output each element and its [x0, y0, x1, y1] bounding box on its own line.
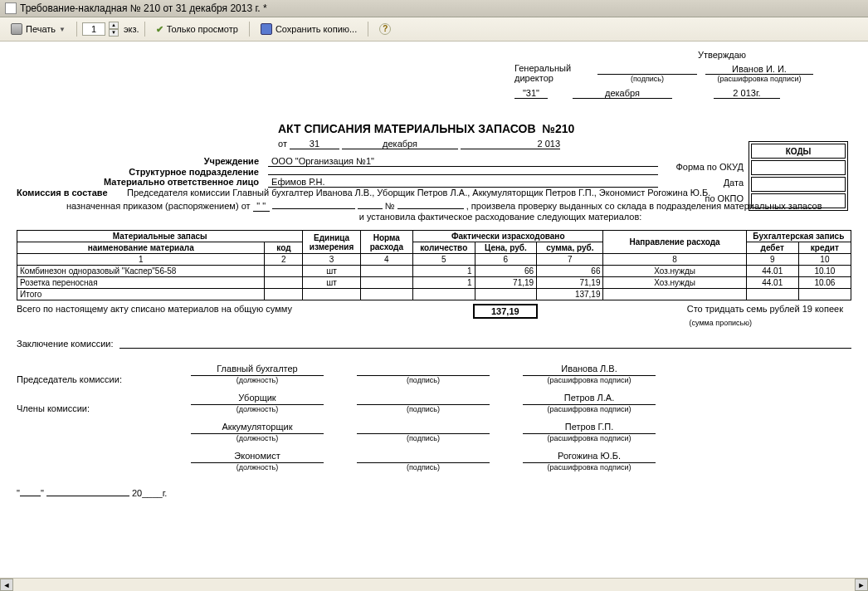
- subdiv-value: [268, 174, 658, 175]
- separator: [76, 22, 77, 37]
- summary-words: Сто тридцать семь рублей 19 копеек: [538, 304, 851, 319]
- th-acct: Бухгалтерская запись: [746, 231, 851, 242]
- okpo-label: по ОКПО: [676, 191, 744, 207]
- table-row: Комбинезон одноразовый "Каспер"56-58шт16…: [17, 266, 851, 277]
- order-no-label: №: [385, 201, 395, 211]
- total-row: Итого137,19: [17, 289, 851, 300]
- footer-date: "" 20____г.: [17, 488, 851, 498]
- copies-spinner[interactable]: ▲ ▼: [109, 22, 119, 37]
- approver-sign-cap: (подпись): [631, 75, 664, 83]
- th-dir: Направление расхода: [603, 231, 746, 254]
- document-page: Утверждаю Генеральный директор (подпись)…: [0, 42, 868, 573]
- approve-block: Утверждаю Генеральный директор (подпись)…: [514, 50, 851, 99]
- subdiv-label: Структурное подразделение: [17, 167, 266, 177]
- chevron-down-icon: ▼: [59, 26, 66, 33]
- approve-month: декабря: [573, 88, 672, 99]
- view-only-label: Только просмотр: [167, 24, 238, 34]
- sign-sig: [357, 364, 490, 376]
- sign-name: Иванова Л.В.: [523, 364, 656, 376]
- summary-text: Всего по настоящему акту списано материа…: [17, 304, 473, 319]
- th-norma: Норма расхода: [360, 231, 412, 254]
- approver-position-label: Генеральный директор: [514, 63, 589, 83]
- summary-total: 137,19: [473, 304, 538, 319]
- date-value: [751, 177, 846, 192]
- order-year: [358, 208, 383, 209]
- copies-label: экз.: [124, 24, 139, 34]
- okud-label: Форма по ОКУД: [676, 159, 744, 175]
- th-qty: количество: [412, 242, 475, 254]
- order-text: назначенная приказом (распоряжением) от: [66, 201, 251, 211]
- document-title-row: АКТ СПИСАНИЯ МАТЕРИАЛЬНЫХ ЗАПАСОВ №210: [17, 122, 851, 135]
- conclusion-label: Заключение комиссии:: [17, 339, 113, 349]
- codes-header: КОДЫ: [751, 144, 846, 159]
- commission-label: Комиссия в составе: [17, 188, 124, 198]
- th-sum: сумма, руб.: [537, 242, 603, 254]
- date-month: декабря: [342, 139, 458, 149]
- chairman-label: Председатель комиссии:: [17, 374, 158, 384]
- separator: [249, 22, 250, 37]
- approver-name-cap: (расшифровка подписи): [718, 75, 802, 83]
- summary-row: Всего по настоящему акту списано материа…: [17, 304, 851, 319]
- copies-input[interactable]: [82, 22, 105, 36]
- help-icon: ?: [379, 23, 391, 35]
- approve-year: 2 013г.: [714, 88, 780, 99]
- th-price: Цена, руб.: [475, 242, 537, 254]
- order-month: [272, 208, 355, 209]
- codes-block: КОДЫ: [749, 141, 848, 211]
- table-row: Розетка переноснаяшт171,1971,19Хоз.нужды…: [17, 277, 851, 289]
- save-icon: [261, 23, 272, 35]
- document-number: №210: [542, 122, 574, 135]
- print-button[interactable]: Печать ▼: [5, 21, 71, 37]
- order-tail2: и установила фактическое расходование сл…: [17, 212, 851, 222]
- separator: [144, 22, 145, 37]
- date-ot: от: [278, 139, 287, 149]
- okud-value: [751, 160, 846, 175]
- help-button[interactable]: ?: [373, 21, 397, 37]
- date-year: 2 013: [461, 139, 560, 149]
- conclusion-line: [119, 348, 851, 349]
- doc-icon: [5, 2, 17, 14]
- codes-table: КОДЫ: [749, 141, 848, 211]
- window-title: Требование-накладная № 210 от 31 декабря…: [20, 2, 267, 14]
- approver-name: Иванов И. И.: [705, 64, 813, 75]
- th-naim: наименование материала: [17, 242, 265, 254]
- toolbar: Печать ▼ ▲ ▼ экз. ✔ Только просмотр Сохр…: [0, 17, 868, 42]
- date-code-label: Дата: [676, 175, 744, 191]
- view-only-button[interactable]: ✔ Только просмотр: [150, 22, 244, 37]
- org-value: ООО "Организация №1": [268, 156, 658, 167]
- col-numbers-row: 12345678910: [17, 254, 851, 266]
- sign-pos: Главный бухгалтер: [191, 364, 324, 376]
- members-label: Члены комиссии:: [17, 403, 158, 413]
- print-icon: [11, 23, 22, 35]
- document-date-row: от 31 декабря 2 013: [17, 139, 851, 149]
- separator: [368, 22, 368, 37]
- th-fact: Фактически израсходовано: [412, 231, 603, 242]
- document-title: АКТ СПИСАНИЯ МАТЕРИАЛЬНЫХ ЗАПАСОВ: [278, 122, 536, 135]
- mol-label: Материально ответственное лицо: [17, 177, 266, 187]
- th-debet: дебет: [746, 242, 798, 254]
- order-no: [397, 208, 464, 209]
- th-matzap: Материальные запасы: [17, 231, 303, 242]
- check-icon: ✔: [156, 24, 163, 35]
- approve-heading: Утверждаю: [514, 50, 813, 60]
- save-copy-button[interactable]: Сохранить копию...: [255, 21, 363, 37]
- org-label: Учреждение: [17, 156, 266, 166]
- approve-day: "31": [514, 88, 548, 99]
- print-label: Печать: [26, 24, 56, 34]
- okpo-value: [751, 193, 846, 208]
- th-kod: код: [265, 242, 303, 254]
- summary-words-cap: (сумма прописью): [17, 319, 851, 327]
- signatures-block: Председатель комиссии: Главный бухгалтер…: [17, 364, 851, 471]
- th-unit: Единица измерения: [303, 231, 360, 254]
- th-kredit: кредит: [798, 242, 851, 254]
- materials-table: Материальные запасы Единица измерения Но…: [17, 230, 851, 300]
- spin-down-icon[interactable]: ▼: [109, 29, 119, 37]
- date-day: 31: [290, 139, 339, 149]
- spin-up-icon[interactable]: ▲: [109, 22, 119, 29]
- codes-labels: Форма по ОКУД Дата по ОКПО: [676, 159, 744, 207]
- window-titlebar: Требование-накладная № 210 от 31 декабря…: [0, 0, 868, 17]
- save-copy-label: Сохранить копию...: [276, 24, 357, 34]
- mol-value: Ефимов Р.Н.: [268, 177, 658, 188]
